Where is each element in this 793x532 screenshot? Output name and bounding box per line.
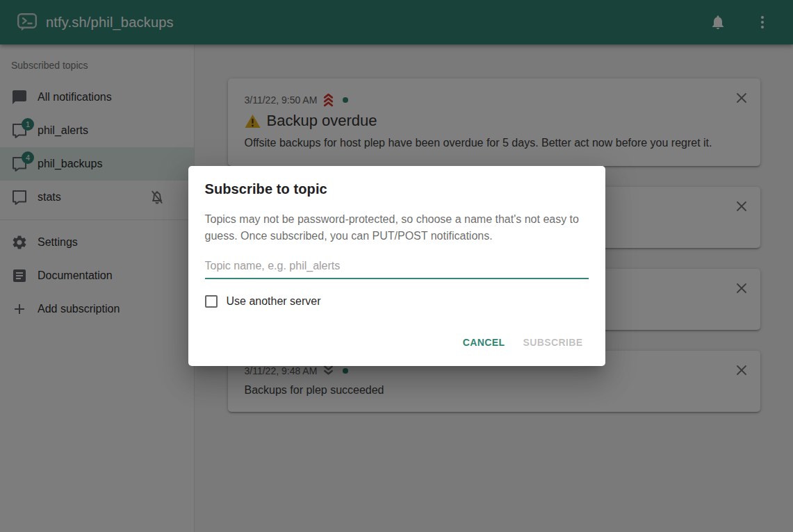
topic-name-input[interactable] <box>205 256 589 279</box>
checkbox-label: Use another server <box>227 295 321 308</box>
dialog-title: Subscribe to topic <box>205 181 589 197</box>
subscribe-button[interactable]: SUBSCRIBE <box>517 331 588 354</box>
dialog-actions: CANCEL SUBSCRIBE <box>205 331 589 356</box>
subscribe-dialog: Subscribe to topic Topics may not be pas… <box>188 166 605 366</box>
cancel-button[interactable]: CANCEL <box>457 331 511 354</box>
checkbox-unchecked-icon[interactable] <box>205 295 218 308</box>
use-another-server-option[interactable]: Use another server <box>205 295 589 308</box>
dialog-description: Topics may not be password-protected, so… <box>205 211 589 244</box>
